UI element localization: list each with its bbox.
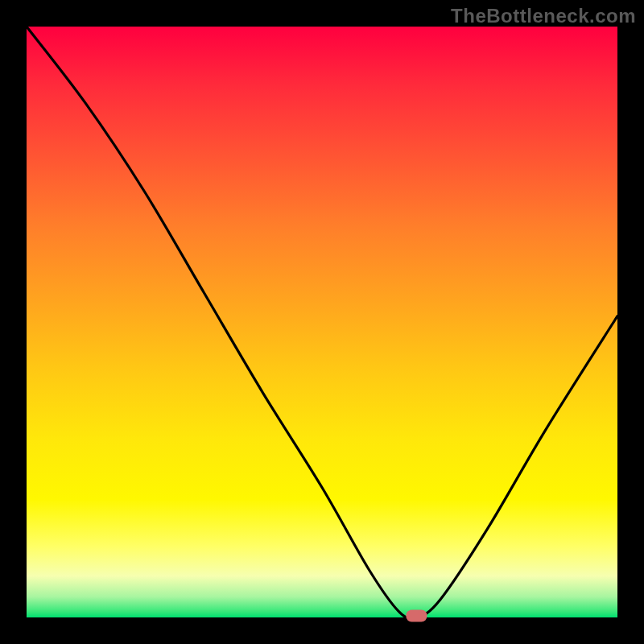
chart-frame: TheBottleneck.com	[0, 0, 644, 644]
bottleneck-curve	[27, 27, 617, 617]
watermark-text: TheBottleneck.com	[451, 5, 636, 27]
curve-path	[27, 27, 617, 618]
plot-area	[27, 27, 617, 617]
optimum-marker	[406, 610, 427, 622]
